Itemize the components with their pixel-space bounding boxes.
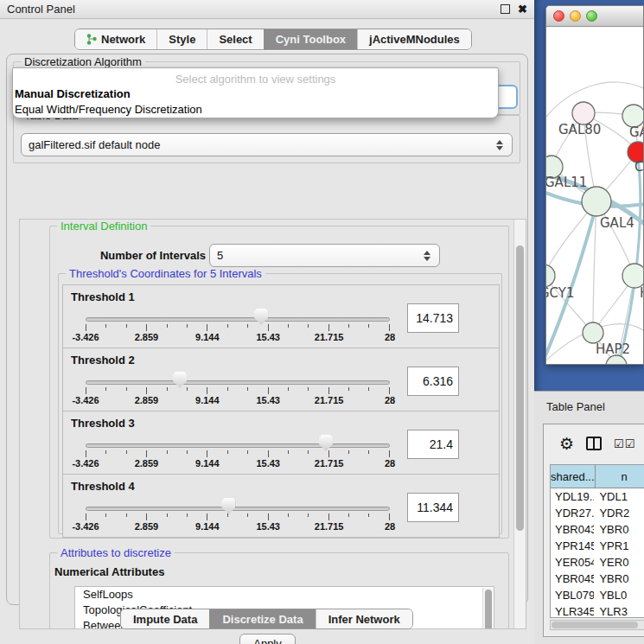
attribute-list-item[interactable]: SelfLoops (75, 587, 494, 603)
apply-button[interactable]: Apply (239, 634, 296, 644)
threshold-value-field[interactable]: 14.713 (407, 303, 459, 333)
network-view-window[interactable]: GAL80GACGAL11GAL4GCY1HHAP2 (545, 5, 644, 365)
number-of-intervals-value: 5 (217, 249, 223, 262)
mac-close-icon[interactable] (553, 10, 564, 22)
algorithm-option-manual[interactable]: Manual Discretization (13, 86, 498, 102)
tab-select[interactable]: Select (207, 29, 263, 49)
network-node[interactable] (622, 264, 644, 288)
cell-shared-name[interactable]: YBR045C (551, 571, 594, 587)
tab-impute-data[interactable]: Impute Data (121, 609, 209, 628)
bottom-tabbar: Impute DataDiscretize DataInfer Network (120, 609, 413, 629)
slider-thumb[interactable] (221, 498, 235, 514)
slider-track[interactable] (86, 317, 390, 322)
columns-icon[interactable] (586, 437, 602, 450)
control-panel: Control Panel ✖ NetworkStyleSelectCyni T… (0, 0, 534, 644)
table-row[interactable]: YBL079WYBL0 (551, 587, 644, 603)
float-window-icon[interactable] (501, 4, 510, 14)
slider-tick-labels: -3.4262.8599.14415.4321.71528 (86, 332, 390, 343)
node-table[interactable]: shared... n YDL19...YDL1YDR27...YDR2YBR0… (550, 464, 644, 618)
top-tabbar: NetworkStyleSelectCyni ToolboxjActiveMNo… (74, 29, 472, 50)
cell-shared-name[interactable]: YPR145W (551, 538, 594, 554)
table-panel-toolbar: ⚙ ☑☑ (544, 424, 644, 462)
stepper-arrows-icon (424, 251, 432, 261)
tab-style[interactable]: Style (156, 29, 207, 49)
number-of-intervals-combobox[interactable]: 5 (209, 244, 440, 267)
table-data-group: Table Data galFiltered.sif default node (13, 115, 520, 163)
cell-shared-name[interactable]: YDL19... (551, 488, 594, 505)
network-window-titlebar (546, 6, 643, 27)
checkbox-icons[interactable]: ☑☑ (614, 437, 635, 450)
network-node[interactable] (583, 322, 603, 343)
threshold-value-field[interactable]: 21.4 (407, 430, 459, 459)
cell-shared-name[interactable]: YBR043C (551, 521, 594, 538)
algorithm-hint: Select algorithm to view settings (13, 68, 498, 86)
column-header-name[interactable]: n (596, 465, 644, 488)
gear-icon[interactable]: ⚙ (559, 436, 574, 452)
vertical-scrollbar[interactable] (513, 220, 526, 629)
network-node[interactable] (546, 265, 555, 287)
slider-ticks (86, 324, 390, 331)
horizontal-scrollbar[interactable] (550, 620, 644, 630)
tab-label: Cyni Toolbox (276, 33, 346, 46)
slider-tick-labels: -3.4262.8599.14415.4321.71528 (86, 395, 390, 406)
cell-shared-name[interactable]: YLR345W (551, 603, 594, 618)
cell-name[interactable]: YER0 (594, 554, 644, 571)
mac-zoom-icon[interactable] (586, 10, 597, 22)
interval-definition-group: Interval Definition Number of Intervals … (49, 226, 509, 539)
mac-minimize-icon[interactable] (570, 10, 581, 22)
network-node-label: HAP2 (596, 341, 630, 357)
table-panel-header: Table Panel (534, 391, 644, 422)
tab-infer-network[interactable]: Infer Network (316, 609, 412, 628)
discretization-algorithm-label: Discretization Algorithm (21, 55, 145, 68)
cell-name[interactable]: YBR0 (594, 571, 644, 587)
cell-shared-name[interactable]: YBL079W (551, 587, 594, 603)
tab-discretize-data[interactable]: Discretize Data (209, 609, 315, 628)
network-node[interactable] (582, 187, 611, 216)
cell-name[interactable]: YLR3 (594, 603, 644, 618)
column-header-shared[interactable]: shared... (551, 465, 596, 488)
cell-shared-name[interactable]: YER054C (551, 554, 594, 571)
slider-track[interactable] (86, 507, 390, 511)
threshold-value-field[interactable]: 11.344 (407, 493, 459, 522)
table-row[interactable]: YBR045CYBR0 (551, 571, 644, 587)
numerical-attributes-label: Numerical Attributes (54, 565, 164, 578)
slider-thumb[interactable] (254, 309, 268, 325)
algorithm-option-equal-width[interactable]: Equal Width/Frequency Discretization (13, 102, 498, 118)
tab-label: jActiveMNodules (369, 33, 460, 46)
table-row[interactable]: YDL19...YDL1 (551, 488, 644, 505)
cell-shared-name[interactable]: YDR27... (551, 505, 594, 521)
threshold-panel-4: Threshold 4-3.4262.8599.14415.4321.71528… (62, 474, 500, 538)
right-side: GAL80GACGAL11GAL4GCY1HHAP2 Table Panel ⚙… (534, 0, 644, 644)
threshold-panel-2: Threshold 2-3.4262.8599.14415.4321.71528… (62, 348, 500, 411)
threshold-value-field[interactable]: 6.316 (407, 367, 459, 396)
table-row[interactable]: YBR043CYBR0 (551, 521, 644, 538)
slider-track[interactable] (86, 380, 390, 385)
tab-network[interactable]: Network (75, 29, 156, 49)
slider-thumb[interactable] (173, 372, 187, 388)
table-row[interactable]: YPR145WYPR1 (551, 538, 644, 554)
cell-name[interactable]: YBL0 (594, 587, 644, 603)
interval-definition-label: Interval Definition (57, 220, 150, 233)
cell-name[interactable]: YPR1 (594, 538, 644, 554)
close-icon[interactable]: ✖ (518, 4, 527, 14)
cell-name[interactable]: YDR2 (594, 505, 644, 521)
cell-name[interactable]: YDL1 (594, 488, 644, 505)
table-row[interactable]: YDR27...YDR2 (551, 505, 644, 521)
table-row[interactable]: YER054CYER0 (551, 554, 644, 571)
tab-label: Select (219, 33, 252, 46)
threshold-label: Threshold 4 (71, 480, 135, 493)
slider-thumb[interactable] (319, 435, 333, 451)
tab-cyni-toolbox[interactable]: Cyni Toolbox (264, 29, 357, 49)
attributes-group-label: Attributes to discretize (57, 546, 175, 559)
network-graph: GAL80GACGAL11GAL4GCY1HHAP2 (546, 27, 644, 365)
slider-ticks (86, 513, 390, 520)
tab-jactivemnodules[interactable]: jActiveMNodules (357, 29, 471, 49)
threshold-panels: Threshold 1-3.4262.8599.14415.4321.71528… (62, 285, 500, 538)
table-row[interactable]: YLR345WYLR3 (551, 603, 644, 618)
slider-track[interactable] (86, 443, 390, 448)
table-data-combobox[interactable]: galFiltered.sif default node (21, 133, 513, 156)
tab-label: Style (169, 33, 195, 46)
network-canvas[interactable]: GAL80GACGAL11GAL4GCY1HHAP2 (546, 27, 644, 365)
cell-name[interactable]: YBR0 (594, 521, 644, 538)
list-scrollbar[interactable] (482, 588, 493, 629)
